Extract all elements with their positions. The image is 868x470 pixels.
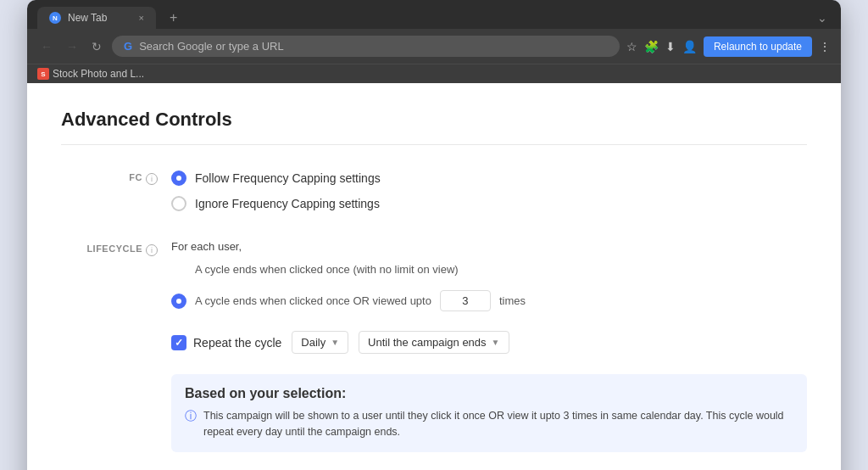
lifecycle-header: For each user, xyxy=(171,240,807,253)
profile-icon[interactable]: 👤 xyxy=(682,40,697,53)
toolbar-actions: ☆ 🧩 ⬇ 👤 Relaunch to update ⋮ xyxy=(626,36,831,57)
lifecycle-label-area: LIFECYCLE i xyxy=(61,240,171,256)
browser-chrome: N New Tab × + ⌄ ← → ↻ G Search Google or… xyxy=(27,0,841,83)
repeat-checkbox-container[interactable]: ✓ Repeat the cycle xyxy=(171,335,281,350)
fc-label: FC xyxy=(129,172,142,182)
times-suffix: times xyxy=(499,294,526,307)
until-dropdown[interactable]: Until the campaign ends ▼ xyxy=(359,331,509,354)
fc-ignore-radio[interactable] xyxy=(171,196,186,211)
page-content: Advanced Controls FC i Follow Frequency … xyxy=(27,83,841,470)
lifecycle-content: For each user, A cycle ends when clicked… xyxy=(171,240,807,452)
reload-button[interactable]: ↻ xyxy=(88,38,105,55)
back-button[interactable]: ← xyxy=(37,38,56,55)
fc-options: Follow Frequency Capping settings Ignore… xyxy=(171,169,807,220)
lifecycle-label: LIFECYCLE xyxy=(86,243,142,254)
lifecycle-section: LIFECYCLE i For each user, A cycle ends … xyxy=(61,240,807,452)
browser-window: N New Tab × + ⌄ ← → ↻ G Search Google or… xyxy=(27,0,841,470)
info-box: Based on your selection: ⓘ This campaign… xyxy=(171,374,807,452)
cycle-view-radio[interactable] xyxy=(171,294,186,309)
relaunch-button[interactable]: Relaunch to update xyxy=(704,36,812,57)
cycle-view-option[interactable]: A cycle ends when clicked once OR viewed… xyxy=(171,288,807,314)
info-box-icon: ⓘ xyxy=(185,409,197,424)
fc-ignore-label: Ignore Frequency Capping settings xyxy=(195,197,380,210)
fc-follow-label: Follow Frequency Capping settings xyxy=(195,171,381,185)
frequency-dropdown[interactable]: Daily ▼ xyxy=(292,331,348,354)
repeat-row: ✓ Repeat the cycle Daily ▼ Until the cam… xyxy=(171,331,807,354)
tab-favicon: N xyxy=(49,12,61,24)
fc-ignore-option[interactable]: Ignore Frequency Capping settings xyxy=(171,194,807,213)
fc-follow-radio[interactable] xyxy=(171,171,186,186)
times-input[interactable] xyxy=(440,290,491,311)
until-dropdown-arrow: ▼ xyxy=(492,338,500,347)
extensions-icon[interactable]: 🧩 xyxy=(644,40,659,53)
title-bar: N New Tab × + ⌄ xyxy=(27,0,841,29)
bookmarks-bar: S Stock Photo and L... xyxy=(27,64,841,83)
until-label: Until the campaign ends xyxy=(368,336,486,349)
fc-info-icon[interactable]: i xyxy=(146,173,158,185)
bookmark-label: Stock Photo and L... xyxy=(53,68,144,80)
browser-tab[interactable]: N New Tab × xyxy=(37,7,156,29)
cycle-view-label: A cycle ends when clicked once OR viewed… xyxy=(195,294,431,307)
address-text: Search Google or type a URL xyxy=(139,40,284,53)
cycle-click-option[interactable]: A cycle ends when clicked once (with no … xyxy=(171,263,807,276)
info-box-description: This campaign will be shown to a user un… xyxy=(203,408,793,440)
forward-button[interactable]: → xyxy=(63,38,81,55)
frequency-label: Daily xyxy=(301,336,326,349)
window-collapse-icon[interactable]: ⌄ xyxy=(817,11,831,25)
menu-icon[interactable]: ⋮ xyxy=(819,40,831,53)
fc-follow-option[interactable]: Follow Frequency Capping settings xyxy=(171,169,807,187)
fc-section: FC i Follow Frequency Capping settings I… xyxy=(61,169,807,220)
download-icon[interactable]: ⬇ xyxy=(665,40,676,53)
fc-label-area: FC i xyxy=(61,169,171,185)
frequency-dropdown-arrow: ▼ xyxy=(331,338,339,347)
lifecycle-info-icon[interactable]: i xyxy=(146,244,158,256)
info-box-title: Based on your selection: xyxy=(185,386,793,401)
new-tab-button[interactable]: + xyxy=(163,7,184,29)
repeat-checkbox[interactable]: ✓ xyxy=(171,335,186,350)
browser-toolbar: ← → ↻ G Search Google or type a URL ☆ 🧩 … xyxy=(27,29,841,64)
tab-close-button[interactable]: × xyxy=(139,13,144,23)
cycle-click-label: A cycle ends when clicked once (with no … xyxy=(195,263,459,276)
bookmark-icon[interactable]: ☆ xyxy=(626,40,637,53)
tab-label: New Tab xyxy=(68,12,107,24)
google-logo: G xyxy=(124,40,132,53)
checkbox-checkmark: ✓ xyxy=(175,337,183,349)
page-title: Advanced Controls xyxy=(61,109,807,145)
address-bar[interactable]: G Search Google or type a URL xyxy=(112,36,620,57)
repeat-checkbox-label: Repeat the cycle xyxy=(193,336,281,350)
bookmark-favicon: S xyxy=(37,68,49,80)
bookmark-item[interactable]: S Stock Photo and L... xyxy=(37,68,144,80)
